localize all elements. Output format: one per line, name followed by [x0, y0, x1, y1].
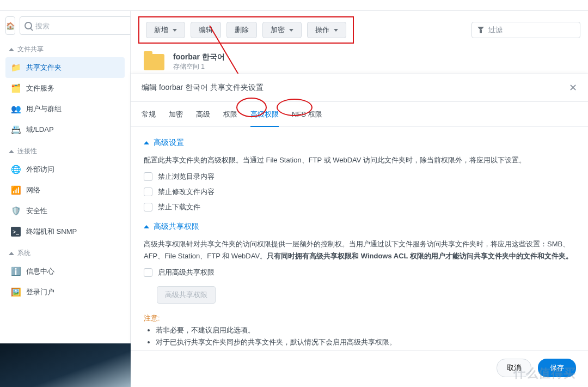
- tab-permissions[interactable]: 权限: [223, 110, 237, 126]
- shield-icon: 🛡️: [11, 206, 21, 216]
- note-list: 若非必要，不建议启用此选项。 对于已执行共享文件夹同步的共享文件夹，默认情况下会…: [144, 325, 575, 347]
- checkbox-icon: [144, 268, 152, 277]
- checkbox-no-modify[interactable]: 禁止修改文件内容: [144, 187, 575, 197]
- checkbox-icon: [144, 188, 152, 196]
- modal-tabs: 常规 加密 高级 权限 高级权限 NFS 权限: [131, 102, 588, 127]
- sidebar-item-info-center[interactable]: ℹ️信息中心: [5, 261, 125, 282]
- checkbox-label: 启用高级共享权限: [158, 268, 215, 277]
- search-input[interactable]: [35, 22, 127, 30]
- home-button[interactable]: 🏠: [5, 16, 15, 35]
- collapse-advanced-settings[interactable]: 高级设置: [144, 138, 575, 148]
- section-connectivity[interactable]: 连接性: [5, 143, 125, 159]
- sidebar-item-terminal-snmp[interactable]: >_终端机和 SNMP: [5, 221, 125, 242]
- sidebar-item-file-services[interactable]: 🗂️文件服务: [5, 78, 125, 99]
- btn-label: 编辑: [199, 25, 213, 35]
- sidebar-item-login-portal[interactable]: 🖼️登录门户: [5, 282, 125, 303]
- btn-label: 加密: [271, 25, 285, 35]
- window-titlebar: [0, 0, 588, 11]
- portal-icon: 🖼️: [11, 287, 21, 297]
- advanced-settings-desc: 配置此共享文件夹的高级权限。当通过 File Station、FTP 或 Web…: [144, 154, 575, 166]
- section-label: 系统: [17, 249, 30, 258]
- folder-subtitle: 存储空间 1: [173, 62, 225, 71]
- chevron-up-icon: [144, 225, 149, 228]
- tab-encrypt[interactable]: 加密: [169, 110, 183, 126]
- sidebar-item-network[interactable]: 📶网络: [5, 180, 125, 201]
- users-icon: 👥: [11, 104, 21, 114]
- folder-icon: 📁: [11, 63, 21, 72]
- info-icon: ℹ️: [11, 267, 21, 276]
- checkbox-label: 禁止下载文件: [158, 202, 200, 212]
- main-content: 新增 编辑 删除 加密 操作 过滤 foorbar 한국어 存储空间 1: [131, 11, 588, 343]
- note-title: 注意:: [144, 313, 575, 323]
- tab-nfs-permissions[interactable]: NFS 权限: [292, 110, 322, 126]
- chevron-up-icon: [9, 252, 14, 255]
- action-button[interactable]: 操作: [307, 22, 346, 38]
- note-item: 若非必要，不建议启用此选项。: [156, 325, 575, 335]
- note-item: 对于已执行共享文件夹同步的共享文件夹，默认情况下会启用高级共享权限。: [156, 337, 575, 347]
- btn-label: 新增: [154, 25, 168, 35]
- collapse-advanced-share[interactable]: 高级共享权限: [144, 222, 575, 232]
- checkbox-icon: [144, 172, 152, 181]
- tab-advanced-permissions[interactable]: 高级权限: [250, 110, 279, 127]
- folder-name: foorbar 한국어: [173, 52, 225, 62]
- filter-placeholder: 过滤: [488, 25, 503, 35]
- sidebar-item-security[interactable]: 🛡️安全性: [5, 201, 125, 221]
- chevron-up-icon: [9, 48, 14, 51]
- chevron-up-icon: [9, 150, 14, 153]
- sidebar-item-label: 登录门户: [26, 287, 54, 297]
- home-icon: 🏠: [6, 22, 15, 30]
- folder-icon: [144, 54, 164, 70]
- btn-label: 操作: [315, 25, 329, 35]
- checkbox-no-browse[interactable]: 禁止浏览目录内容: [144, 172, 575, 182]
- sidebar-item-label: 外部访问: [26, 165, 54, 174]
- filter-icon: [477, 27, 484, 33]
- toolbar-annotated-group: 新增 编辑 删除 加密 操作: [138, 16, 354, 44]
- collapse-label: 高级设置: [154, 138, 184, 148]
- advanced-share-permissions-button[interactable]: 高级共享权限: [157, 286, 216, 304]
- sidebar-item-label: 信息中心: [26, 267, 54, 276]
- sidebar-item-label: 网络: [26, 185, 40, 195]
- sidebar-item-label: 域/LDAP: [26, 125, 54, 135]
- tab-general[interactable]: 常规: [142, 110, 156, 126]
- search-icon: [24, 22, 32, 29]
- encrypt-button[interactable]: 加密: [262, 22, 302, 38]
- section-label: 文件共享: [17, 45, 44, 54]
- advanced-share-desc: 高级共享权限针对共享文件夹的访问权限提供一层额外的控制权。当用户通过以下文件服务…: [144, 238, 575, 262]
- sidebar-item-label: 安全性: [26, 206, 47, 216]
- cancel-button[interactable]: 取消: [497, 359, 531, 377]
- new-button[interactable]: 新增: [146, 22, 185, 38]
- search-field[interactable]: [20, 16, 132, 35]
- checkbox-icon: [144, 203, 152, 211]
- sidebar: 🏠 文件共享 📁共享文件夹 🗂️文件服务 👥用户与群组 📇域/LDAP 连接性 …: [0, 11, 131, 343]
- checkbox-enable-advanced-share[interactable]: 启用高级共享权限: [144, 268, 575, 277]
- desktop-background: [0, 343, 131, 387]
- checkbox-label: 禁止浏览目录内容: [158, 172, 215, 182]
- filter-field[interactable]: 过滤: [471, 22, 580, 38]
- modal-title: 编辑 foorbar 한국어 共享文件夹设置: [142, 83, 264, 93]
- delete-button[interactable]: 删除: [226, 22, 257, 38]
- tab-advanced[interactable]: 高级: [196, 110, 210, 126]
- sidebar-item-label: 终端机和 SNMP: [26, 227, 77, 237]
- sidebar-item-external-access[interactable]: 🌐外部访问: [5, 159, 125, 180]
- collapse-label: 高级共享权限: [154, 222, 199, 232]
- sidebar-item-label: 文件服务: [26, 83, 54, 93]
- save-button[interactable]: 保存: [538, 359, 576, 377]
- checkbox-label: 禁止修改文件内容: [158, 187, 215, 197]
- globe-icon: 🌐: [11, 165, 21, 174]
- close-button[interactable]: ✕: [569, 82, 577, 94]
- section-system[interactable]: 系统: [5, 245, 125, 261]
- sidebar-item-domain-ldap[interactable]: 📇域/LDAP: [5, 119, 125, 140]
- ldap-icon: 📇: [11, 125, 21, 135]
- sidebar-item-label: 共享文件夹: [26, 63, 62, 72]
- network-icon: 📶: [11, 185, 21, 195]
- sidebar-item-label: 用户与群组: [26, 104, 62, 114]
- checkbox-no-download[interactable]: 禁止下载文件: [144, 202, 575, 212]
- edit-folder-modal: 编辑 foorbar 한국어 共享文件夹设置 ✕ 常规 加密 高级 权限 高级权…: [131, 74, 588, 385]
- sidebar-item-shared-folder[interactable]: 📁共享文件夹: [5, 57, 125, 78]
- edit-button[interactable]: 编辑: [191, 22, 221, 38]
- section-file-sharing[interactable]: 文件共享: [5, 41, 125, 57]
- chevron-up-icon: [144, 141, 149, 144]
- btn-label: 删除: [235, 25, 249, 35]
- sidebar-item-users-groups[interactable]: 👥用户与群组: [5, 99, 125, 119]
- section-label: 连接性: [17, 147, 37, 156]
